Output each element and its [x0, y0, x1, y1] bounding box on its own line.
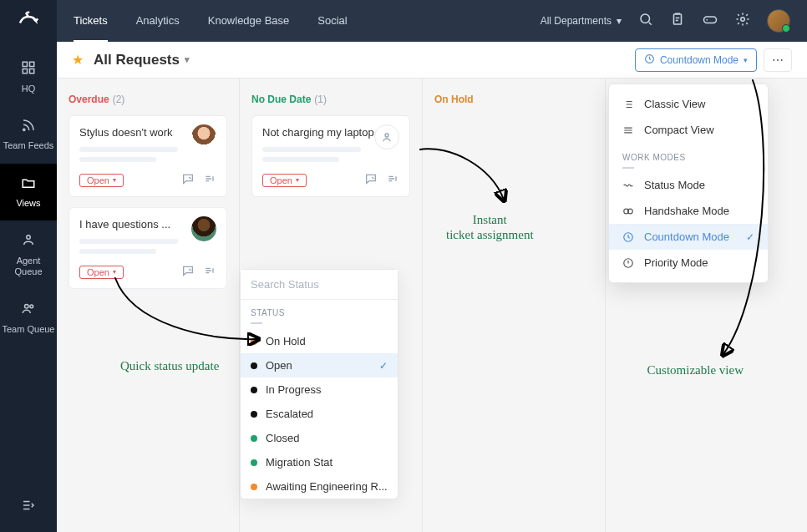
gear-icon[interactable] — [735, 12, 750, 30]
status-option[interactable]: Escalated — [241, 402, 398, 426]
mode-label: Countdown Mode — [644, 231, 729, 243]
status-option[interactable]: On Hold — [241, 329, 398, 353]
status-label: Open — [87, 267, 109, 277]
tab-tickets[interactable]: Tickets — [74, 1, 108, 42]
status-search-input[interactable] — [241, 270, 398, 300]
status-option-label: Migration Stat — [266, 456, 332, 469]
search-icon[interactable] — [638, 12, 653, 30]
subheader: ★ All Requests ▾ Countdown Mode ▾ ⋯ — [57, 42, 807, 79]
svg-point-11 — [741, 18, 745, 22]
mode-label: Countdown Mode — [660, 54, 738, 66]
svg-point-8 — [641, 14, 650, 23]
svg-rect-0 — [23, 62, 27, 66]
work-mode-button[interactable]: Countdown Mode ▾ — [635, 48, 757, 72]
placeholder-line — [262, 147, 361, 152]
status-option[interactable]: Open✓ — [241, 353, 398, 377]
status-color-dot — [251, 387, 257, 393]
dropdown-section-label: WORK MODES — [609, 143, 768, 164]
rail-collapse[interactable] — [0, 483, 57, 532]
status-badge[interactable]: Open ▾ — [262, 174, 307, 187]
message-icon[interactable] — [364, 172, 378, 188]
view-title-dropdown[interactable]: All Requests ▾ — [94, 52, 190, 68]
status-dropdown[interactable]: STATUS On HoldOpen✓In ProgressEscalatedC… — [240, 269, 398, 499]
message-icon[interactable] — [181, 264, 195, 280]
rail-views[interactable]: Views — [0, 164, 57, 221]
view-classic[interactable]: Classic View — [609, 91, 768, 117]
more-horizontal-icon: ⋯ — [772, 53, 784, 67]
tab-analytics[interactable]: Analytics — [136, 1, 180, 42]
status-option[interactable]: Awaiting Engineering R... — [241, 474, 398, 499]
priority-icon[interactable] — [203, 172, 216, 188]
status-color-dot — [251, 484, 257, 490]
status-option-label: Escalated — [266, 408, 313, 420]
svg-rect-3 — [30, 69, 34, 73]
assignee-avatar[interactable] — [191, 124, 216, 149]
more-actions-button[interactable]: ⋯ — [764, 48, 792, 72]
status-option-label: Open — [266, 359, 292, 372]
team-icon — [21, 301, 36, 321]
agent-icon — [21, 232, 36, 252]
status-option-label: Awaiting Engineering R... — [266, 480, 388, 493]
status-option[interactable]: In Progress — [241, 377, 398, 402]
status-badge[interactable]: Open ▾ — [79, 174, 124, 187]
collapse-icon — [21, 498, 36, 517]
message-icon[interactable] — [181, 172, 195, 188]
status-color-dot — [251, 411, 257, 418]
mode-label: Handshake Mode — [644, 205, 729, 217]
mode-priority[interactable]: Priority Mode — [609, 250, 768, 276]
svg-rect-10 — [704, 17, 717, 23]
placeholder-line — [79, 239, 178, 244]
mode-label: Priority Mode — [644, 256, 708, 269]
clipboard-icon[interactable] — [670, 12, 685, 30]
clock-icon — [622, 231, 634, 243]
priority-icon — [622, 257, 634, 269]
mode-label: Status Mode — [644, 179, 705, 191]
compact-icon — [622, 124, 634, 136]
tab-knowledge-base[interactable]: Knowledge Base — [208, 1, 290, 42]
rail-label: Agent Queue — [2, 256, 55, 277]
department-dropdown[interactable]: All Departments ▾ — [541, 15, 622, 27]
rail-hq[interactable]: HQ — [0, 48, 57, 106]
svg-rect-2 — [23, 69, 27, 73]
check-icon: ✓ — [746, 231, 754, 243]
annotation-custom-view: Customizable view — [647, 362, 744, 377]
svg-point-6 — [25, 305, 29, 309]
department-label: All Departments — [541, 15, 612, 27]
list-icon — [622, 99, 634, 110]
ticket-card[interactable]: Stylus doesn't work Open ▾ — [69, 115, 227, 197]
status-label: Open — [270, 175, 292, 185]
top-nav: Tickets Analytics Knowledge Base Social … — [57, 0, 807, 42]
mode-status[interactable]: Status Mode — [609, 172, 768, 198]
tab-social[interactable]: Social — [317, 1, 347, 42]
gamepad-icon[interactable] — [702, 12, 718, 30]
view-mode-dropdown[interactable]: Classic View Compact View WORK MODES Sta… — [608, 84, 769, 283]
status-option[interactable]: Migration Stat — [241, 450, 398, 474]
mode-handshake[interactable]: Handshake Mode — [609, 198, 768, 224]
column-title: No Due Date — [251, 94, 311, 105]
chevron-down-icon: ▾ — [113, 268, 116, 276]
chevron-down-icon: ▾ — [113, 176, 116, 184]
ticket-card[interactable]: Not charging my laptop Open ▾ — [251, 115, 410, 197]
folder-icon — [21, 175, 36, 195]
star-icon[interactable]: ★ — [72, 52, 84, 68]
ticket-card[interactable]: I have questions ... Open ▾ — [69, 207, 227, 289]
user-avatar[interactable] — [767, 9, 790, 33]
mode-countdown[interactable]: Countdown Mode ✓ — [609, 224, 768, 250]
view-compact[interactable]: Compact View — [609, 117, 768, 143]
chevron-down-icon: ▾ — [296, 176, 299, 184]
rail-team-feeds[interactable]: Team Feeds — [0, 106, 57, 164]
unassigned-avatar[interactable] — [374, 124, 399, 149]
rail-label: HQ — [22, 84, 36, 94]
rail-agent-queue[interactable]: Agent Queue — [0, 220, 57, 289]
assignee-avatar[interactable] — [191, 216, 216, 241]
chevron-down-icon: ▾ — [617, 15, 622, 27]
status-option[interactable]: Closed — [241, 426, 398, 450]
priority-icon[interactable] — [386, 172, 399, 188]
status-badge[interactable]: Open ▾ — [79, 266, 124, 279]
rail-team-queue[interactable]: Team Queue — [0, 289, 57, 347]
placeholder-line — [79, 147, 178, 152]
status-option-label: In Progress — [266, 383, 321, 396]
feeds-icon — [21, 118, 36, 138]
priority-icon[interactable] — [203, 264, 216, 280]
rail-label: Views — [16, 198, 40, 209]
